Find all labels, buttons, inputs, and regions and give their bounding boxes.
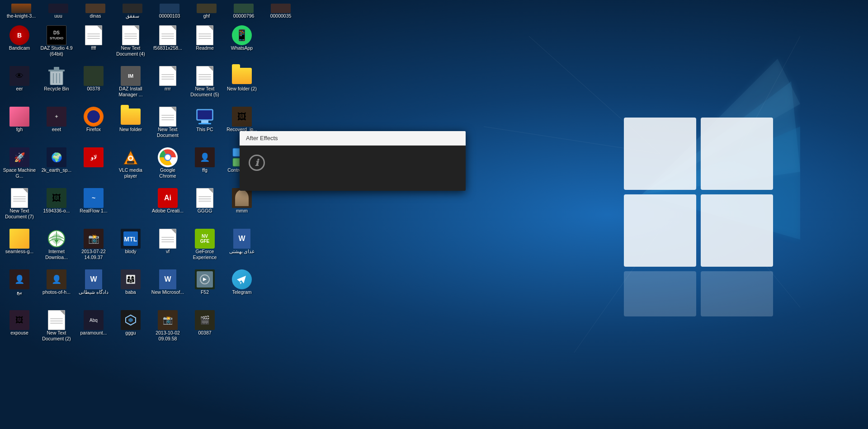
icon-whatsapp[interactable]: 📱 WhatsApp [224, 24, 259, 63]
icon-new-folder-2[interactable]: New folder (2) [224, 64, 259, 104]
icon-new-microsof[interactable]: W New Microsof... [150, 268, 185, 307]
icon-f56831[interactable]: f56831x258... [150, 24, 185, 63]
icon-internet-downlo[interactable]: Internet Downloa... [39, 227, 74, 267]
icon-seamless-g[interactable]: seamless-g... [2, 227, 37, 267]
info-icon: ℹ [249, 155, 265, 171]
icon-eer[interactable]: 👁 eer [2, 64, 37, 104]
icon-00387[interactable]: 🎬 00387 [187, 308, 222, 348]
icon-gggg[interactable]: GGGG [187, 186, 222, 226]
icon-2013-1002[interactable]: 📸 2013-10-02 09.09.58 [150, 308, 185, 348]
icon-chrome[interactable]: Google Chrome [150, 146, 185, 185]
icon-telegram[interactable]: Telegram [224, 268, 259, 307]
icon-persian-img[interactable]: لاو [76, 146, 111, 185]
svg-point-32 [165, 155, 170, 160]
icon-beye[interactable]: 👤 بیع [2, 268, 37, 307]
icon-ghf[interactable]: ghf [189, 2, 224, 21]
icon-expouse[interactable]: 🖼 expouse [2, 308, 37, 348]
icon-new-text-7[interactable]: New Text Document (7) [2, 186, 37, 226]
icon-new-text-doc[interactable]: New Text Document [150, 105, 185, 145]
icon-new-text-5[interactable]: New Text Document (5) [187, 64, 222, 104]
icon-fgh[interactable]: fgh [2, 105, 37, 145]
svg-rect-16 [54, 67, 59, 70]
icon-00000796[interactable]: 00000796 [226, 2, 261, 21]
icon-00000035[interactable]: 00000035 [263, 2, 298, 21]
svg-rect-24 [198, 110, 212, 119]
ae-popup-body: ℹ [240, 146, 466, 191]
icon-new-text-2[interactable]: New Text Document (2) [39, 308, 74, 348]
icon-ffg[interactable]: 👤 ffg [187, 146, 222, 185]
ae-popup: After Effects ℹ [240, 131, 466, 191]
svg-rect-23 [198, 123, 211, 124]
icon-new-text-4[interactable]: New Text Document (4) [113, 24, 148, 63]
icon-photos-of-h[interactable]: 👤 photos-of-h... [39, 268, 74, 307]
windows-logo [484, 36, 800, 353]
icon-geforce[interactable]: NVGFE GeForce Experience [187, 227, 222, 267]
icon-vlc[interactable]: VLC media player [113, 146, 148, 185]
icon-blank-2 [224, 308, 259, 348]
icon-2k-earth[interactable]: 🌍 2k_earth_sp... [39, 146, 74, 185]
icon-mmm[interactable]: mmm [224, 186, 259, 226]
svg-point-29 [129, 157, 132, 160]
icon-realflow[interactable]: ~ RealFlow 1... [76, 186, 111, 226]
icon-space-machine[interactable]: 🚀 Space Machine G... [2, 146, 37, 185]
icon-daz-install[interactable]: IM DAZ Install Manager ... [113, 64, 148, 104]
icon-gggu[interactable]: gggu [113, 308, 148, 348]
icon-00378[interactable]: 00378 [76, 64, 111, 104]
icon-this-pc[interactable]: This PC [187, 105, 222, 145]
icon-readme[interactable]: Readme [187, 24, 222, 63]
svg-text:MTL: MTL [124, 236, 137, 243]
icon-blank-1 [113, 186, 148, 226]
icon-new-folder[interactable]: New folder [113, 105, 148, 145]
icon-paramount[interactable]: Abq paramount... [76, 308, 111, 348]
icon-dinas[interactable]: dinas [78, 2, 113, 21]
svg-rect-22 [201, 120, 208, 123]
icon-uuu[interactable]: uuu [41, 2, 76, 21]
icon-sfqqq[interactable]: سققق [115, 2, 150, 21]
svg-rect-27 [127, 161, 134, 164]
svg-line-9 [529, 36, 660, 154]
icon-2013-0722[interactable]: 📸 2013-07-22 14.09.37 [76, 227, 111, 267]
ae-popup-header: After Effects [240, 131, 466, 146]
icon-daz-studio[interactable]: DSSTUDIO DAZ Studio 4.9 (64bit) [39, 24, 74, 63]
icon-00000103[interactable]: 00000103 [152, 2, 187, 21]
svg-rect-8 [701, 271, 773, 316]
icon-the-knight[interactable]: the-knight-3... [4, 2, 39, 21]
icon-ghezaye[interactable]: W غذای بهشتی [224, 227, 259, 267]
svg-rect-15 [48, 70, 65, 71]
icon-adobe-creat[interactable]: Ai Adobe Creati... [150, 186, 185, 226]
icon-blody[interactable]: MTL blody [113, 227, 148, 267]
icon-f52[interactable]: F52 [187, 268, 222, 307]
svg-rect-7 [624, 271, 696, 316]
icon-ffff[interactable]: ffff [76, 24, 111, 63]
ae-popup-title: After Effects [246, 135, 278, 141]
icon-rrrr[interactable]: rrrr [150, 64, 185, 104]
icon-1594336[interactable]: 🖼 1594336-o... [39, 186, 74, 226]
icon-firefox[interactable]: Firefox [76, 105, 111, 145]
desktop-icons-grid: B Bandicam DSSTUDIO DAZ Studio 4.9 (64bi… [0, 22, 262, 350]
icon-vf[interactable]: vf [150, 227, 185, 267]
icon-eeet[interactable]: ✦ eeet [39, 105, 74, 145]
icon-dadgah[interactable]: W دادگاه شیطانی [76, 268, 111, 307]
icon-baba[interactable]: 👨‍👩‍👧 baba [113, 268, 148, 307]
icon-recycle-bin[interactable]: Recycle Bin [39, 64, 74, 104]
icon-bandicam[interactable]: B Bandicam [2, 24, 37, 63]
